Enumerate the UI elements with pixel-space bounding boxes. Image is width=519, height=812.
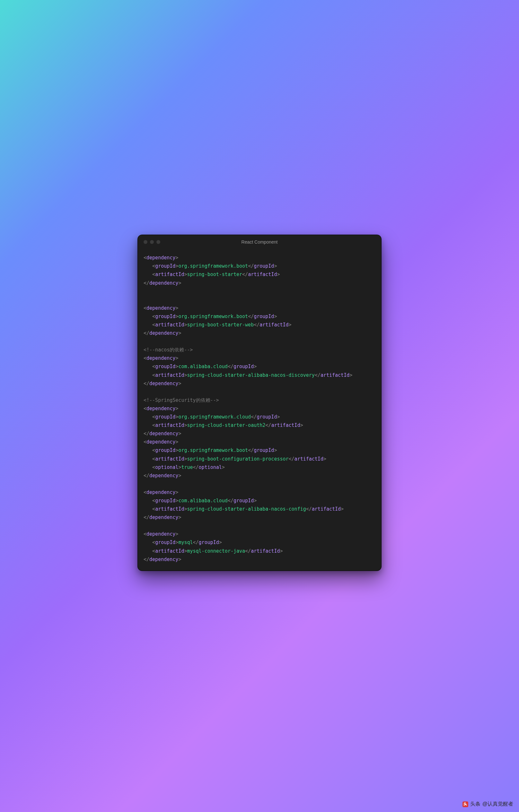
code-content: <dependency> <groupId>org.springframewor… [138,249,381,570]
traffic-lights [138,240,160,244]
window-title: React Component [138,239,381,244]
watermark-handle: @认真觉醒者 [483,801,513,808]
watermark-brand: 头条 [470,801,481,808]
toutiao-logo-icon: 头 [462,802,468,807]
watermark: 头 头条 @认真觉醒者 [462,801,513,808]
window-titlebar: React Component [138,235,381,249]
code-window: React Component <dependency> <groupId>or… [137,235,382,571]
minimize-icon[interactable] [150,240,154,244]
maximize-icon[interactable] [156,240,160,244]
close-icon[interactable] [143,240,147,244]
